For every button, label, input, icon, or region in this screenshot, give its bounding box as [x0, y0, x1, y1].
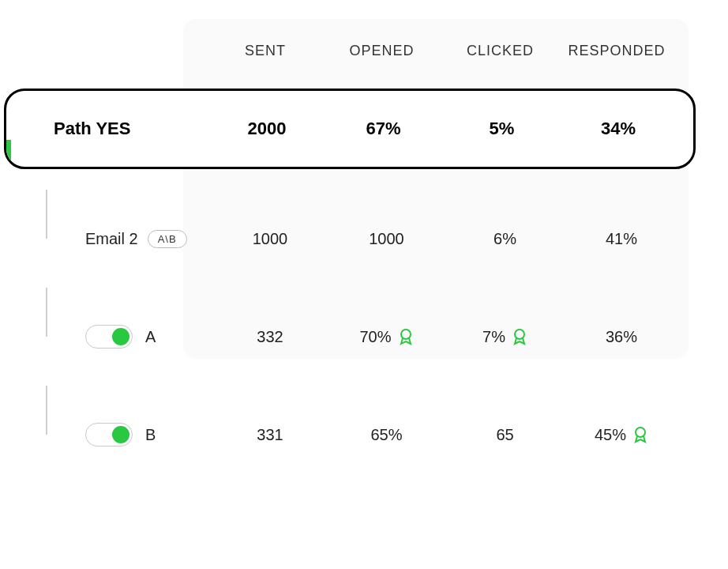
svg-point-0	[401, 330, 411, 339]
variant-a-opened-cell: 70%	[325, 327, 448, 346]
header-empty	[21, 43, 210, 59]
variant-b-group: B	[25, 423, 215, 447]
tree-connector	[46, 190, 47, 239]
path-responded-value: 34%	[559, 119, 677, 139]
stats-table: SENT OPENED CLICKED RESPONDED	[21, 19, 700, 75]
variant-b-row[interactable]: B 331 65% 65 45%	[25, 386, 679, 484]
email-sent-value: 1000	[215, 230, 325, 248]
variant-b-clicked-value: 65	[448, 426, 562, 444]
header-sent: SENT	[210, 43, 321, 59]
svg-point-1	[515, 330, 524, 339]
path-summary-row[interactable]: Path YES 2000 67% 5% 34%	[4, 89, 696, 169]
award-icon	[512, 327, 527, 346]
email-row[interactable]: Email 2 A\B 1000 1000 6% 41%	[25, 190, 679, 288]
data-rows: Email 2 A\B 1000 1000 6% 41% A 332 70%	[25, 190, 679, 484]
variant-b-opened-value: 65%	[325, 426, 448, 444]
variant-b-responded-cell: 45%	[562, 425, 681, 444]
path-clicked-value: 5%	[445, 119, 559, 139]
header-responded: RESPONDED	[557, 43, 676, 59]
ab-test-badge: A\B	[148, 230, 187, 248]
svg-point-2	[636, 428, 645, 437]
variant-a-clicked-value: 7%	[482, 328, 505, 346]
email-responded-value: 41%	[562, 230, 681, 248]
tree-connector	[46, 386, 47, 435]
variant-a-toggle[interactable]	[85, 325, 133, 349]
award-icon	[398, 327, 414, 346]
award-icon	[632, 425, 648, 444]
variant-b-label: B	[145, 426, 156, 444]
path-label: Path YES	[6, 119, 212, 139]
header-clicked: CLICKED	[443, 43, 557, 59]
variant-b-sent-value: 331	[215, 426, 325, 444]
variant-a-opened-value: 70%	[359, 328, 391, 346]
email-clicked-value: 6%	[448, 230, 562, 248]
email-label-group: Email 2 A\B	[25, 230, 215, 248]
toggle-knob	[112, 426, 129, 443]
header-opened: OPENED	[321, 43, 443, 59]
variant-b-toggle[interactable]	[85, 423, 133, 447]
variant-a-responded-value: 36%	[562, 328, 681, 346]
email-opened-value: 1000	[325, 230, 448, 248]
path-sent-value: 2000	[212, 119, 322, 139]
path-opened-value: 67%	[322, 119, 445, 139]
variant-a-row[interactable]: A 332 70% 7% 36%	[25, 288, 679, 386]
variant-a-group: A	[25, 325, 215, 349]
variant-b-responded-value: 45%	[595, 426, 626, 444]
variant-a-clicked-cell: 7%	[448, 327, 562, 346]
toggle-knob	[112, 328, 129, 345]
table-header-row: SENT OPENED CLICKED RESPONDED	[21, 19, 700, 75]
variant-a-sent-value: 332	[215, 328, 325, 346]
email-label: Email 2	[85, 230, 138, 248]
tree-connector	[46, 288, 47, 337]
variant-a-label: A	[145, 328, 156, 346]
